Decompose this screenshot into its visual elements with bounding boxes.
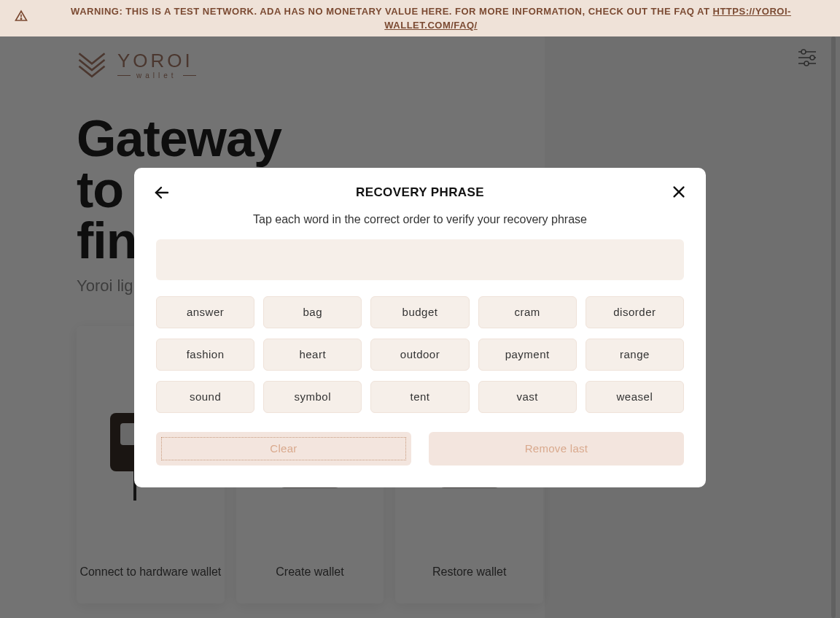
recovery-word-heart[interactable]: heart: [263, 339, 362, 371]
back-arrow-icon[interactable]: [153, 184, 171, 204]
recovery-word-sound[interactable]: sound: [156, 381, 254, 413]
recovery-word-bag[interactable]: bag: [263, 296, 362, 328]
recovery-word-outdoor[interactable]: outdoor: [370, 339, 469, 371]
recovery-word-answer[interactable]: answer: [156, 296, 254, 328]
recovery-phrase-modal: RECOVERY PHRASE Tap each word in the cor…: [134, 168, 706, 487]
recovery-word-budget[interactable]: budget: [370, 296, 469, 328]
modal-overlay: RECOVERY PHRASE Tap each word in the cor…: [0, 36, 840, 618]
recovery-word-cram[interactable]: cram: [478, 296, 577, 328]
modal-subtitle: Tap each word in the correct order to ve…: [156, 213, 684, 226]
recovery-word-tent[interactable]: tent: [370, 381, 469, 413]
recovery-word-payment[interactable]: payment: [478, 339, 577, 371]
recovery-word-symbol[interactable]: symbol: [263, 381, 362, 413]
recovery-word-weasel[interactable]: weasel: [586, 381, 684, 413]
close-icon[interactable]: [671, 184, 687, 203]
recovery-word-vast[interactable]: vast: [478, 381, 577, 413]
svg-point-1: [20, 18, 21, 19]
recovery-word-disorder[interactable]: disorder: [586, 296, 684, 328]
word-grid: answerbagbudgetcramdisorderfashionhearto…: [156, 296, 684, 413]
remove-last-button[interactable]: Remove last: [429, 432, 684, 466]
selected-words-area: [156, 239, 684, 280]
test-network-warning-banner: WARNING: THIS IS A TEST NETWORK. ADA HAS…: [0, 0, 840, 36]
clear-button[interactable]: Clear: [156, 432, 411, 466]
warning-triangle-icon: [15, 9, 28, 28]
recovery-word-range[interactable]: range: [586, 339, 684, 371]
warning-text: WARNING: THIS IS A TEST NETWORK. ADA HAS…: [36, 4, 825, 33]
modal-title: RECOVERY PHRASE: [156, 185, 684, 200]
recovery-word-fashion[interactable]: fashion: [156, 339, 254, 371]
